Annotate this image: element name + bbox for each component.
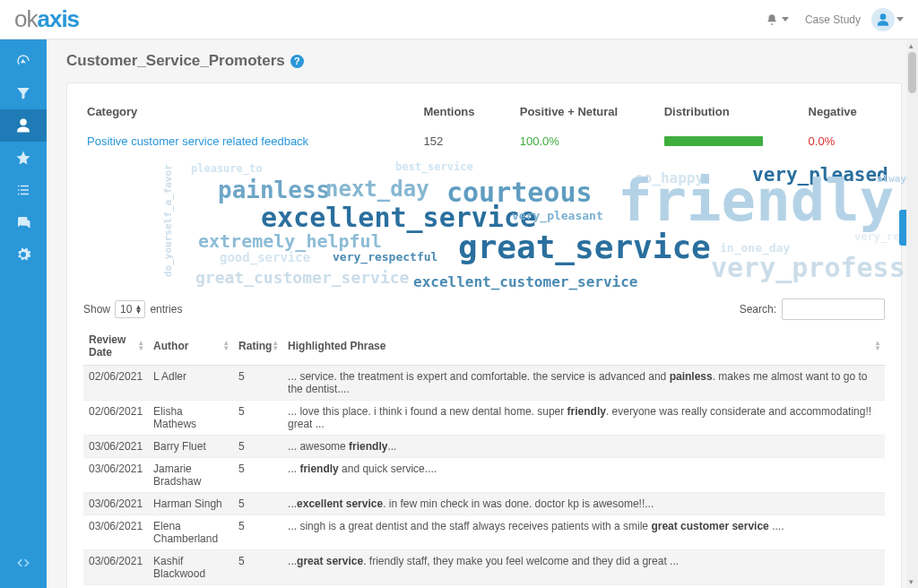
category-row: Positive customer service related feedba…: [83, 129, 885, 153]
cloud-word[interactable]: do_yourself_a_favor: [162, 164, 174, 277]
search-input[interactable]: [782, 298, 885, 320]
scroll-down-icon: ▾: [909, 577, 914, 586]
funnel-icon: [15, 85, 31, 101]
nav-list[interactable]: [0, 174, 47, 206]
col-posneu[interactable]: Positive + Netural: [516, 99, 661, 129]
cell-phrase: ... love this place. i think i found a n…: [282, 401, 885, 436]
table-row: 03/06/2021Kashif Blackwood5...great serv…: [83, 550, 885, 585]
cell-phrase: ...great service. friendly staff, they m…: [282, 550, 885, 585]
avatar-menu[interactable]: [871, 8, 895, 31]
cell-author: Kashif Blackwood: [148, 585, 233, 589]
cell-date: 03/06/2021: [83, 515, 148, 550]
code-icon: [15, 555, 31, 571]
person-icon: [15, 117, 31, 134]
col-category[interactable]: Category: [83, 99, 420, 129]
table-row: 02/06/2021L Adler5... service. the treat…: [83, 366, 885, 401]
chat-icon: [15, 214, 31, 230]
topbar: okaxis Case Study: [0, 0, 918, 39]
cell-phrase: ... service. the treatment is expert and…: [282, 366, 885, 401]
cell-date: 02/06/2021: [83, 366, 148, 401]
col-negative[interactable]: Negative: [805, 99, 885, 129]
cloud-word[interactable]: painless: [218, 177, 330, 203]
cell-phrase: ... friendly and quick service....: [282, 458, 885, 493]
cloud-word[interactable]: extremely_helpful: [198, 230, 382, 252]
cell-rating: 5: [233, 515, 282, 550]
cell-date: 03/06/2021: [83, 550, 148, 585]
gear-icon: [15, 246, 31, 263]
cloud-word[interactable]: great_service: [458, 229, 711, 265]
sidebar: [0, 39, 47, 588]
nav-filter[interactable]: [0, 77, 47, 109]
cell-rating: 5: [233, 585, 282, 589]
nav-dashboard[interactable]: [0, 45, 47, 77]
cloud-word[interactable]: good_service: [220, 250, 310, 264]
cell-author: L Adler: [148, 366, 233, 401]
col-rating[interactable]: Rating▲▼: [233, 327, 282, 366]
word-cloud: pleasure_tobest_servicepainlessnext_dayc…: [83, 160, 885, 295]
cell-phrase: ... service. friendly staff, they make y…: [282, 585, 885, 589]
category-link[interactable]: Positive customer service related feedba…: [87, 134, 308, 148]
entries-bar: Show 10 ▲▼ entries Search:: [83, 298, 885, 320]
cell-author: Barry Fluet: [148, 436, 233, 458]
updown-icon: ▲▼: [134, 305, 142, 314]
cell-author: Elisha Mathews: [148, 401, 233, 436]
cloud-word[interactable]: excellent_customer_service: [413, 273, 637, 290]
table-row: 03/06/2021Elena Chamberland5... singh is…: [83, 515, 885, 550]
logo-part2[interactable]: axis: [37, 5, 79, 33]
cell-rating: 5: [233, 550, 282, 585]
nav-settings[interactable]: [0, 238, 47, 271]
logo-part1[interactable]: ok: [14, 5, 37, 33]
caret-down-icon: [896, 17, 904, 22]
posneu-value: 100.0%: [520, 134, 559, 148]
cell-date: 02/06/2021: [83, 401, 148, 436]
entries-label: entries: [150, 303, 182, 316]
mentions-value: 152: [420, 129, 515, 153]
cloud-word[interactable]: very_pleasant: [512, 209, 603, 222]
cell-date: 03/06/2021: [83, 493, 148, 515]
scrollbar[interactable]: ▴ ▾: [906, 39, 918, 588]
cell-rating: 5: [233, 366, 282, 401]
table-row: 03/06/2021Kashif Blackwood5... service. …: [83, 585, 885, 589]
search-label: Search:: [740, 303, 776, 316]
cloud-word[interactable]: very_respectful: [333, 250, 437, 264]
nav-chat[interactable]: [0, 206, 47, 238]
cell-date: 03/06/2021: [83, 585, 148, 589]
col-author[interactable]: Author▲▼: [148, 327, 233, 366]
cell-author: Elena Chamberland: [148, 515, 233, 550]
table-row: 02/06/2021Elisha Mathews5... love this p…: [83, 401, 885, 436]
col-distribution[interactable]: Distribution: [661, 99, 805, 129]
user-icon: [876, 13, 890, 27]
bell-icon: [766, 13, 778, 26]
gauge-icon: [15, 53, 31, 69]
table-row: 03/06/2021Barry Fluet5... awesome friend…: [83, 436, 885, 458]
scroll-up-icon: ▴: [909, 41, 914, 50]
entries-select[interactable]: 10 ▲▼: [115, 300, 145, 318]
nav-people[interactable]: [0, 109, 47, 142]
show-label: Show: [83, 303, 110, 316]
col-phrase[interactable]: Highlighted Phrase▲▼: [282, 327, 885, 366]
cell-phrase: ...excellent service. in few min check i…: [282, 493, 885, 515]
page-title: Customer_Service_Promoters ?: [66, 52, 902, 70]
col-review-date[interactable]: Review Date▲▼: [83, 327, 148, 366]
side-drawer-handle[interactable]: [899, 210, 906, 246]
cloud-word[interactable]: best_service: [395, 160, 473, 173]
caret-down-icon: [782, 17, 789, 22]
cell-rating: 5: [233, 458, 282, 493]
cell-date: 03/06/2021: [83, 436, 148, 458]
cloud-word[interactable]: great_customer_service: [195, 268, 409, 287]
nav-code[interactable]: [0, 547, 47, 579]
nav-star[interactable]: [0, 142, 47, 174]
cloud-word[interactable]: friendly: [618, 168, 894, 234]
distribution-bar: [664, 136, 763, 146]
cell-phrase: ... awesome friendly...: [282, 436, 885, 458]
reviews-table: Review Date▲▼ Author▲▼ Rating▲▼ Highligh…: [83, 327, 885, 588]
notifications-button[interactable]: [766, 13, 789, 26]
cell-date: 03/06/2021: [83, 458, 148, 493]
col-mentions[interactable]: Mentions: [420, 99, 515, 129]
help-icon[interactable]: ?: [290, 55, 304, 68]
cloud-word[interactable]: pleasure_to: [191, 162, 262, 175]
scroll-thumb[interactable]: [908, 52, 916, 93]
negative-value: 0.0%: [809, 134, 836, 148]
cloud-word[interactable]: very_professional: [711, 252, 918, 283]
cloud-word[interactable]: next_day: [325, 177, 429, 202]
